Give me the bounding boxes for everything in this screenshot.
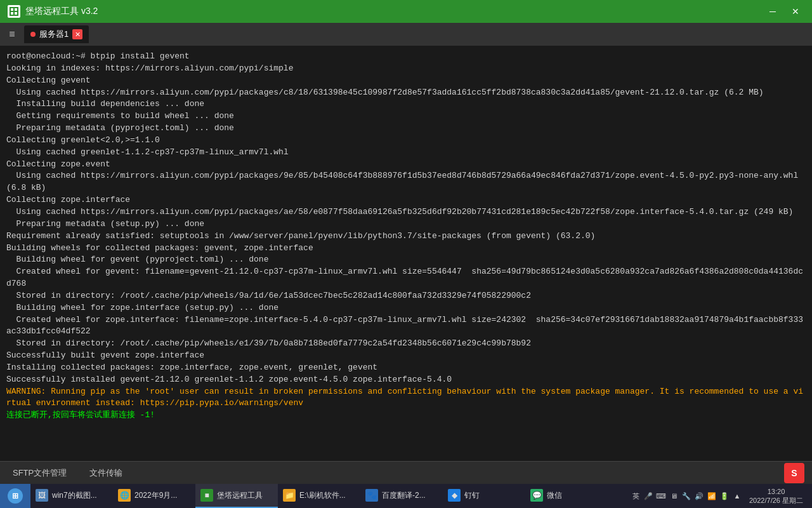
clock-time: 13:20	[749, 487, 803, 496]
clock-date: 2022/7/26 星期二	[749, 496, 803, 505]
menu-button[interactable]: ≡	[3, 25, 22, 43]
svg-rect-3	[11, 12, 13, 15]
terminal-line: Building wheel for gevent (pyproject.tom…	[6, 254, 806, 266]
bottom-toolbar: SFTP文件管理 文件传输 S	[0, 461, 812, 484]
start-button[interactable]: ⊞	[0, 484, 30, 508]
title-bar: 堡塔远程工具 v3.2 ─ ✕	[0, 0, 812, 23]
taskbar-item-icon: ■	[200, 489, 213, 502]
terminal-line: Getting requirements to build wheel ... …	[6, 110, 806, 123]
taskbar-item[interactable]: ■堡塔远程工具	[195, 484, 278, 508]
terminal-line: Using cached https://mirrors.aliyun.com/…	[6, 206, 806, 218]
terminal-line: Successfully built gevent zope.interface	[6, 350, 806, 362]
tray-icon-volume[interactable]: 🔊	[693, 490, 705, 502]
terminal-line: Successfully installed gevent-21.12.0 gr…	[6, 374, 806, 386]
terminal-line: Looking in indexes: https://mirrors.aliy…	[6, 63, 806, 75]
taskbar-item-label: 钉钉	[464, 490, 480, 501]
terminal-line: Preparing metadata (pyproject.toml) ... …	[6, 123, 806, 135]
file-transfer-button[interactable]: 文件传输	[84, 465, 128, 481]
terminal-line: Collecting zope.interface	[6, 194, 806, 206]
taskbar-item-icon: 📁	[283, 489, 296, 502]
terminal-line: Collecting zope.event	[6, 159, 806, 171]
terminal-line: 连接已断开,按回车将尝试重新连接 -1!	[6, 410, 806, 422]
sftp-button[interactable]: SFTP文件管理	[8, 465, 72, 481]
svg-rect-4	[15, 12, 17, 15]
terminal-line: Using cached https://mirrors.aliyun.com/…	[6, 87, 806, 99]
tab-label: 服务器1	[39, 29, 69, 40]
terminal-output: root@onecloud:~# btpip install geventLoo…	[0, 46, 812, 461]
taskbar-item-label: E:\刷机软件...	[299, 490, 346, 501]
terminal-line: Collecting gevent	[6, 75, 806, 87]
taskbar-item-icon: 🐾	[365, 489, 378, 502]
terminal-line: Created wheel for gevent: filename=geven…	[6, 266, 806, 290]
taskbar-item-label: 2022年9月...	[134, 490, 177, 501]
brand-logo: S	[784, 463, 804, 483]
terminal-line: Collecting greenlet<2.0,>=1.1.0	[6, 135, 806, 147]
terminal-line: Requirement already satisfied: setuptool…	[6, 231, 806, 243]
taskbar-item-icon: 🖼	[36, 489, 48, 502]
taskbar-clock[interactable]: 13:20 2022/7/26 星期二	[745, 487, 807, 505]
tab-close-button[interactable]: ✕	[72, 29, 82, 39]
app-icon	[8, 5, 20, 18]
terminal-line: Using cached greenlet-1.1.2-cp37-cp37m-l…	[6, 147, 806, 159]
taskbar-item[interactable]: ◆钉钉	[443, 484, 525, 508]
app-title: 堡塔远程工具 v3.2	[25, 6, 98, 17]
terminal-line: Installing build dependencies ... done	[6, 98, 806, 110]
terminal-line: Stored in directory: /root/.cache/pip/wh…	[6, 290, 806, 302]
tray-icon-lang[interactable]: 英	[630, 490, 641, 502]
taskbar-right: 英 🎤 ⌨ 🖥 🔧 🔊 📶 🔋 ▲ 13:20 2022/7/26 星期二	[625, 484, 812, 508]
tray-icon-network[interactable]: 📶	[706, 490, 717, 502]
terminal-line: Using cached https://mirrors.aliyun.com/…	[6, 170, 806, 194]
windows-taskbar: ⊞ 🖼win7的截图...🌐2022年9月...■堡塔远程工具📁E:\刷机软件.…	[0, 484, 812, 508]
tray-icon-screen[interactable]: 🖥	[668, 490, 679, 502]
taskbar-item-label: 百度翻译-2...	[382, 490, 426, 501]
terminal-line: Installing collected packages: zope.inte…	[6, 362, 806, 374]
svg-rect-1	[11, 8, 13, 11]
minimize-button[interactable]: ─	[764, 5, 782, 18]
taskbar-item-icon: 🌐	[118, 489, 131, 502]
taskbar-item-label: 堡塔远程工具	[217, 490, 263, 501]
terminal-line: Building wheels for collected packages: …	[6, 243, 806, 255]
taskbar-item-label: win7的截图...	[52, 490, 97, 501]
taskbar-item[interactable]: 💬微信	[525, 484, 608, 508]
tab-status-dot	[30, 32, 36, 37]
tray-icon-settings[interactable]: 🔧	[681, 490, 692, 502]
terminal-line: root@onecloud:~# btpip install gevent	[6, 51, 806, 63]
tray-icon-keyboard[interactable]: ⌨	[655, 490, 667, 502]
terminal-line: WARNING: Running pip as the 'root' user …	[6, 386, 806, 410]
taskbar-item[interactable]: 🖼win7的截图...	[30, 484, 113, 508]
tray-icon-mic[interactable]: 🎤	[643, 490, 654, 502]
taskbar-item[interactable]: 🐾百度翻译-2...	[360, 484, 443, 508]
taskbar-item[interactable]: 🌐2022年9月...	[113, 484, 195, 508]
tab-server1[interactable]: 服务器1 ✕	[24, 25, 89, 43]
svg-rect-2	[15, 8, 17, 11]
start-icon: ⊞	[8, 488, 23, 504]
terminal-line: Building wheel for zope.interface (setup…	[6, 302, 806, 314]
tray-expand[interactable]: ▲	[731, 490, 743, 502]
title-bar-left: 堡塔远程工具 v3.2	[8, 5, 98, 18]
taskbar-item-icon: ◆	[448, 489, 461, 502]
taskbar-items: 🖼win7的截图...🌐2022年9月...■堡塔远程工具📁E:\刷机软件...…	[30, 484, 625, 508]
terminal-line: Preparing metadata (setup.py) ... done	[6, 218, 806, 231]
taskbar-item-icon: 💬	[530, 489, 543, 502]
tray-icon-battery[interactable]: 🔋	[719, 490, 730, 502]
tab-bar: ≡ 服务器1 ✕	[0, 23, 812, 46]
close-button[interactable]: ✕	[787, 5, 804, 18]
title-bar-controls: ─ ✕	[764, 5, 804, 18]
system-tray: 英 🎤 ⌨ 🖥 🔧 🔊 📶 🔋 ▲	[630, 490, 743, 502]
taskbar-item-label: 微信	[547, 490, 562, 501]
terminal-line: Stored in directory: /root/.cache/pip/wh…	[6, 338, 806, 350]
terminal-line: Created wheel for zope.interface: filena…	[6, 314, 806, 338]
taskbar-item[interactable]: 📁E:\刷机软件...	[278, 484, 360, 508]
